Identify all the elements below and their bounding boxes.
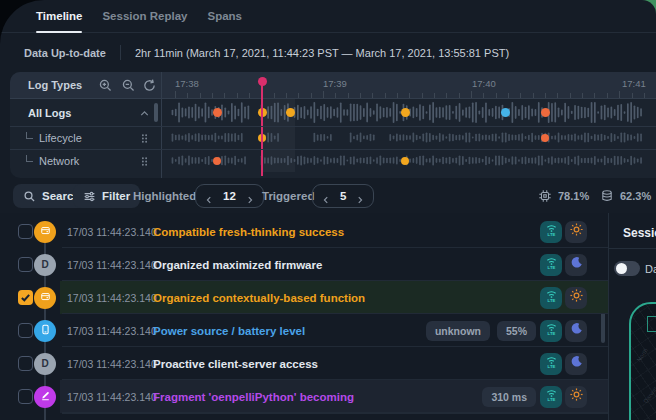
- log-row[interactable]: 17/03 11:44:23.140Compatible fresh-think…: [0, 215, 608, 248]
- svg-text:LTE: LTE: [547, 265, 555, 270]
- log-row-checkbox[interactable]: [18, 224, 33, 239]
- moon-mode-button[interactable]: [565, 353, 587, 375]
- wifi-lte-icon: LTE: [544, 288, 559, 307]
- ruler-tick: [175, 91, 176, 98]
- wifi-lte-icon: LTE: [544, 222, 559, 241]
- timeline-canvas[interactable]: 17:3817:3917:4017:41: [163, 72, 656, 178]
- chevron-up-icon[interactable]: [138, 106, 151, 119]
- playhead-line[interactable]: [261, 81, 263, 176]
- network-lte-button[interactable]: LTE: [540, 221, 562, 243]
- network-lte-button[interactable]: LTE: [540, 386, 562, 408]
- ruler-tick: [224, 93, 225, 98]
- sun-mode-button[interactable]: [565, 386, 587, 408]
- ruler-tick: [496, 93, 497, 98]
- zoom-out-icon[interactable]: [121, 78, 136, 93]
- log-list: 17/03 11:44:23.140Compatible fresh-think…: [0, 213, 608, 420]
- highlighted-stepper-value: 12: [223, 190, 236, 202]
- ruler-time-label: 17:40: [472, 78, 496, 89]
- moon-mode-button[interactable]: [565, 320, 587, 342]
- network-lte-button[interactable]: LTE: [540, 254, 562, 276]
- log-row[interactable]: 17/03 11:44:23.140Organized contextually…: [0, 281, 608, 314]
- map-label: Darwin: [643, 386, 656, 405]
- log-types-scrollbar[interactable]: [154, 103, 158, 122]
- zoom-in-icon[interactable]: [98, 78, 113, 93]
- chevron-right-icon[interactable]: [245, 191, 255, 201]
- grip-icon[interactable]: [138, 131, 151, 144]
- search-icon: [23, 190, 36, 203]
- ruler-tick: [570, 93, 571, 98]
- triggered-stepper: 5: [312, 184, 374, 208]
- chevron-left-icon[interactable]: [204, 191, 214, 201]
- sun-icon: [569, 222, 584, 241]
- ruler-tick: [434, 93, 435, 98]
- time-range-label: 2hr 11min (March 17, 2021, 11:44:23 PST …: [135, 47, 509, 59]
- highlighted-stepper: 12: [195, 184, 264, 208]
- ruler-tick: [545, 93, 546, 98]
- refresh-icon[interactable]: [142, 78, 157, 93]
- timeline-panel: 17:3817:3917:4017:41 Log Types All LogsL…: [10, 72, 656, 178]
- tab-session-replay[interactable]: Session Replay: [102, 0, 187, 33]
- event-marker[interactable]: [541, 134, 549, 142]
- event-marker[interactable]: [501, 108, 510, 117]
- log-row-checkbox[interactable]: [18, 290, 33, 305]
- ruler-tick: [372, 93, 373, 98]
- ruler-tick: [632, 93, 633, 98]
- ruler-tick: [323, 91, 324, 98]
- log-badges: unknown55%: [426, 314, 536, 347]
- ruler-tick: [187, 93, 188, 98]
- event-marker[interactable]: [401, 108, 410, 117]
- network-lte-button[interactable]: LTE: [540, 353, 562, 375]
- tab-timeline[interactable]: Timeline: [36, 0, 82, 33]
- log-row[interactable]: 17/03 11:44:23.140Fragment 'oenpelliPyth…: [0, 380, 608, 413]
- log-message: Proactive client-server access: [153, 347, 318, 380]
- tree-branch-icon: [26, 132, 33, 139]
- moon-icon: [569, 321, 584, 340]
- tab-spans[interactable]: Spans: [207, 0, 242, 33]
- card-icon: [39, 289, 52, 307]
- sun-mode-button[interactable]: [565, 287, 587, 309]
- network-lte-button[interactable]: LTE: [540, 320, 562, 342]
- sun-mode-button[interactable]: [565, 221, 587, 243]
- svg-text:LTE: LTE: [547, 298, 555, 303]
- filter-button[interactable]: Filter: [73, 184, 140, 208]
- log-row-divider: [62, 413, 608, 414]
- ruler-time-label: 17:39: [323, 78, 347, 89]
- svg-text:LTE: LTE: [547, 232, 555, 237]
- chevron-left-icon[interactable]: [321, 191, 331, 201]
- chevron-right-icon[interactable]: [355, 191, 365, 201]
- ruler-tick: [446, 93, 447, 98]
- log-row[interactable]: D17/03 11:44:23.140Organized maximized f…: [0, 248, 608, 281]
- event-marker[interactable]: [286, 108, 295, 117]
- ruler-tick: [298, 93, 299, 98]
- event-marker[interactable]: [541, 108, 550, 117]
- ruler-tick: [422, 93, 423, 98]
- log-row-checkbox[interactable]: [18, 356, 33, 371]
- log-message: Organized maximized firmware: [153, 248, 322, 281]
- session-toggle[interactable]: [614, 261, 640, 276]
- filter-button-label: Filter: [102, 190, 130, 202]
- ruler-tick: [212, 93, 213, 98]
- device-preview-frame[interactable]: North Darwin: [629, 302, 656, 420]
- log-row-checkbox[interactable]: [18, 389, 33, 404]
- moon-mode-button[interactable]: [565, 254, 587, 276]
- log-type-icon: D: [34, 254, 56, 276]
- network-lte-button[interactable]: LTE: [540, 287, 562, 309]
- moon-icon: [569, 255, 584, 274]
- cpu-icon: [538, 189, 552, 203]
- playhead-handle[interactable]: [258, 77, 267, 86]
- phone-icon: [39, 322, 52, 340]
- letter-d-icon: D: [41, 358, 48, 369]
- event-marker[interactable]: [401, 157, 409, 165]
- log-badge: 55%: [497, 321, 536, 341]
- log-row-checkbox[interactable]: [18, 323, 33, 338]
- log-row[interactable]: 17/03 11:44:23.140Power source / battery…: [0, 314, 608, 347]
- wifi-lte-icon: LTE: [544, 321, 559, 340]
- ruler-tick: [311, 93, 312, 98]
- status-bar: Data Up-to-date 2hr 11min (March 17, 202…: [0, 34, 656, 71]
- event-marker[interactable]: [213, 108, 222, 117]
- log-row-checkbox[interactable]: [18, 257, 33, 272]
- log-types-title: Log Types: [28, 79, 82, 91]
- event-marker[interactable]: [213, 157, 221, 165]
- grip-icon[interactable]: [138, 154, 151, 167]
- log-row[interactable]: D17/03 11:44:23.140Proactive client-serv…: [0, 347, 608, 380]
